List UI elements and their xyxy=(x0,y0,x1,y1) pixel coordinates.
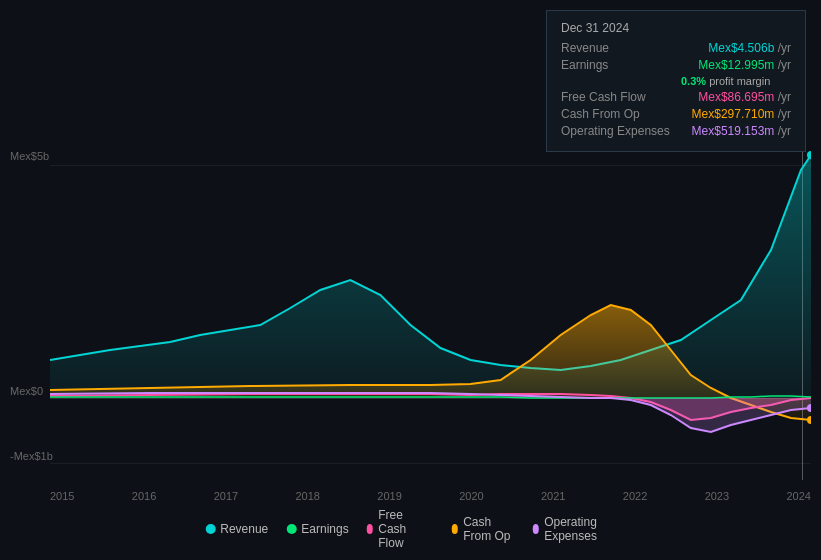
y-label-mid: Mex$0 xyxy=(10,385,43,397)
legend-label-revenue: Revenue xyxy=(220,522,268,536)
earnings-label: Earnings xyxy=(561,58,681,72)
revenue-label: Revenue xyxy=(561,41,681,55)
profit-margin: 0.3% profit margin xyxy=(561,75,791,87)
x-label-2024: 2024 xyxy=(786,490,810,502)
x-label-2017: 2017 xyxy=(214,490,238,502)
earnings-value: Mex$12.995m /yr xyxy=(698,58,791,72)
chart-legend: Revenue Earnings Free Cash Flow Cash Fro… xyxy=(205,508,616,550)
chart-container: Dec 31 2024 Revenue Mex$4.506b /yr Earni… xyxy=(0,0,821,560)
cfo-label: Cash From Op xyxy=(561,107,681,121)
tooltip-row-revenue: Revenue Mex$4.506b /yr xyxy=(561,41,791,55)
legend-earnings[interactable]: Earnings xyxy=(286,522,348,536)
x-label-2023: 2023 xyxy=(705,490,729,502)
legend-dot-fcf xyxy=(367,524,374,534)
legend-label-fcf: Free Cash Flow xyxy=(378,508,433,550)
legend-label-opex: Operating Expenses xyxy=(544,515,616,543)
tooltip-row-cfo: Cash From Op Mex$297.710m /yr xyxy=(561,107,791,121)
x-label-2022: 2022 xyxy=(623,490,647,502)
tooltip-row-opex: Operating Expenses Mex$519.153m /yr xyxy=(561,124,791,138)
tooltip-date: Dec 31 2024 xyxy=(561,21,791,35)
chart-svg xyxy=(50,150,811,470)
x-label-2019: 2019 xyxy=(377,490,401,502)
x-label-2018: 2018 xyxy=(295,490,319,502)
opex-value: Mex$519.153m /yr xyxy=(692,124,791,138)
tooltip-box: Dec 31 2024 Revenue Mex$4.506b /yr Earni… xyxy=(546,10,806,152)
legend-cfo[interactable]: Cash From Op xyxy=(452,515,515,543)
legend-opex[interactable]: Operating Expenses xyxy=(533,515,616,543)
revenue-end-dot xyxy=(807,151,811,159)
x-label-2020: 2020 xyxy=(459,490,483,502)
tooltip-row-earnings: Earnings Mex$12.995m /yr xyxy=(561,58,791,72)
cfo-value: Mex$297.710m /yr xyxy=(692,107,791,121)
legend-dot-opex xyxy=(533,524,540,534)
x-label-2016: 2016 xyxy=(132,490,156,502)
legend-label-earnings: Earnings xyxy=(301,522,348,536)
x-label-2021: 2021 xyxy=(541,490,565,502)
y-label-top: Mex$5b xyxy=(10,150,49,162)
legend-revenue[interactable]: Revenue xyxy=(205,522,268,536)
legend-dot-cfo xyxy=(452,524,459,534)
x-axis: 2015 2016 2017 2018 2019 2020 2021 2022 … xyxy=(50,490,811,502)
tooltip-row-fcf: Free Cash Flow Mex$86.695m /yr xyxy=(561,90,791,104)
legend-dot-revenue xyxy=(205,524,215,534)
legend-dot-earnings xyxy=(286,524,296,534)
y-label-bot: -Mex$1b xyxy=(10,450,53,462)
legend-fcf[interactable]: Free Cash Flow xyxy=(367,508,434,550)
opex-label: Operating Expenses xyxy=(561,124,681,138)
x-label-2015: 2015 xyxy=(50,490,74,502)
fcf-label: Free Cash Flow xyxy=(561,90,681,104)
revenue-value: Mex$4.506b /yr xyxy=(708,41,791,55)
legend-label-cfo: Cash From Op xyxy=(463,515,514,543)
revenue-area xyxy=(50,155,811,398)
fcf-value: Mex$86.695m /yr xyxy=(698,90,791,104)
